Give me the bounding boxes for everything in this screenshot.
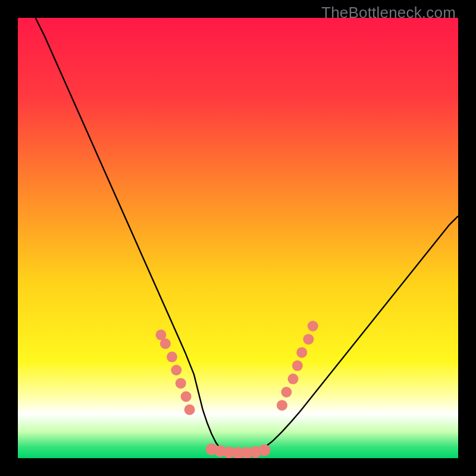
data-marker — [281, 387, 292, 397]
data-marker — [181, 391, 192, 402]
data-marker — [303, 334, 314, 345]
gradient-background — [18, 18, 458, 458]
data-marker — [167, 352, 177, 362]
watermark-text: TheBottleneck.com — [321, 4, 456, 22]
data-marker — [277, 400, 287, 411]
data-marker — [258, 444, 270, 456]
data-marker — [160, 339, 171, 349]
data-marker — [184, 405, 195, 415]
bottleneck-chart — [18, 18, 458, 458]
data-marker — [176, 378, 186, 389]
data-marker — [171, 365, 181, 375]
chart-outer-frame — [18, 18, 458, 458]
data-marker — [292, 361, 303, 371]
data-marker — [288, 374, 299, 384]
data-marker — [296, 347, 307, 358]
data-marker — [308, 321, 318, 331]
